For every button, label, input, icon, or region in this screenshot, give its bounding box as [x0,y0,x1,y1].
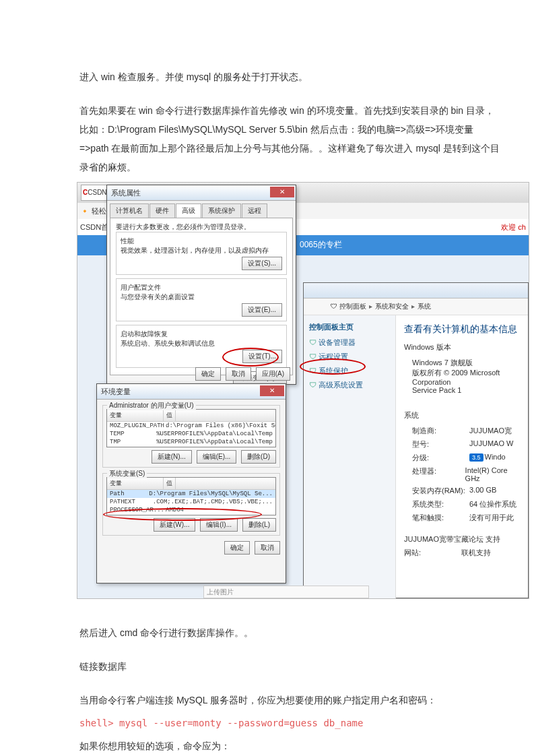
profile-desc: 与您登录有关的桌面设置 [121,292,282,302]
paragraph-3: 然后进入 cmd 命令行进行数据库操作。。 [79,623,500,642]
welcome-text: 欢迎 ch [501,219,526,235]
paragraph-4: 链接数据库 [79,657,500,676]
cancel-button[interactable]: 取消 [255,541,280,555]
profile-group: 用户配置文件 与您登录有关的桌面设置 设置(E)... [116,278,287,321]
cp-heading: 查看有关计算机的基本信息 [404,323,520,336]
table-row[interactable]: PROCESSOR_AR...AMD64 [107,506,275,514]
windows-version: Windows 7 旗舰版 [412,358,520,368]
ok-button[interactable]: 确定 [224,541,250,555]
tab-system-protection[interactable]: 系统保护 [202,203,241,218]
link-protection[interactable]: 🛡系统保护 [309,366,390,376]
sys-vars-table[interactable]: 变量值 PathD:\Program Files\MySQL\MySQL Se.… [106,477,276,515]
perf-title: 性能 [121,237,282,246]
new-button[interactable]: 新建(N)... [152,450,192,464]
table-row[interactable]: MOZ_PLUGIN_PATHd:\Program Files (x86)\Fo… [107,422,275,430]
sysprop-title: 系统属性 [107,185,296,201]
service-pack: Service Pack 1 [412,386,520,394]
row-rating: 分级:3.5Windo [412,453,520,463]
ok-button[interactable]: 确定 [195,367,221,381]
edit-button[interactable]: 编辑(I)... [200,518,238,532]
sys-vars-label: 系统变量(S) [107,469,147,478]
screenshot-container: CCSDN. 🔸 轻松上手 CSDN首页 欢迎 ch 0065的专栏 系统属性 … [77,182,529,599]
row-manufacturer: 制造商:JUJUMAO宽 [412,426,520,436]
perf-desc: 视觉效果，处理器计划，内存使用，以及虚拟内存 [121,246,282,255]
row-ram: 安装内存(RAM):3.00 GB [412,486,520,496]
profile-title: 用户配置文件 [121,283,282,292]
upload-label: 上传图片 [203,586,369,598]
paragraph-2: 首先如果要在 win 命令行进行数据库操作首先修改 win 的环境变量。首先找到… [79,101,500,177]
startup-desc: 系统启动、系统失败和调试信息 [121,339,282,348]
table-row[interactable]: PathD:\Program Files\MySQL\MySQL Se... [107,490,275,498]
tab-advanced[interactable]: 高级 [176,203,201,218]
col-name: 变量 [107,410,164,421]
row-system-type: 系统类型:64 位操作系统 [412,499,520,509]
sysprop-body: 要进行大多数更改，您必须作为管理员登录。 性能 视觉效果，处理器计划，内存使用，… [110,218,293,375]
close-icon[interactable]: ✕ [260,385,284,396]
control-panel-window: 🛡 控制面板▸系统和安全▸系统 控制面板主页 🛡设备管理器 🛡远程设置 🛡系统保… [303,282,529,598]
cp-sidebar: 控制面板主页 🛡设备管理器 🛡远程设置 🛡系统保护 🛡高级系统设置 [304,315,396,598]
link-advanced-settings[interactable]: 🛡高级系统设置 [309,380,390,390]
cp-main: 查看有关计算机的基本信息 Windows 版本 Windows 7 旗舰版 版权… [396,315,528,598]
startup-settings-button[interactable]: 设置(T)... [242,350,282,363]
apply-button[interactable]: 应用(A) [256,367,290,381]
table-row[interactable]: TEMP%USERPROFILE%\AppData\Local\Temp [107,430,275,438]
startup-group: 启动和故障恢复 系统启动、系统失败和调试信息 设置(T)... [116,325,287,368]
tab-remote[interactable]: 远程 [242,203,267,218]
link-online-support[interactable]: 联机支持 [461,548,491,558]
new-button[interactable]: 新建(W)... [154,518,195,532]
copyright: 版权所有 © 2009 Microsoft Corporation [412,368,520,386]
delete-button[interactable]: 删除(L) [242,518,276,532]
row-model: 型号:JUJUMAO W [412,439,520,449]
env-title: 环境变量 [97,384,286,400]
tab-computer-name[interactable]: 计算机名 [110,203,149,218]
paragraph-5: 当用命令行客户端连接 MySQL 服务器时，你应为想要使用的账户指定用户名和密码… [79,691,500,710]
table-row[interactable]: TMP%USERPROFILE%\AppData\Local\Temp [107,438,275,446]
admin-note: 要进行大多数更改，您必须作为管理员登录。 [116,222,287,232]
row-processor: 处理器:Intel(R) Core GHz [412,466,520,482]
row-website: 网站:联机支持 [404,548,520,558]
windows-edition-label: Windows 版本 [404,342,520,352]
col-value: 值 [164,478,176,489]
code-line-1: shell> mysql --user=monty --password=gue… [79,714,500,732]
delete-button[interactable]: 删除(D) [241,450,276,464]
user-vars-table[interactable]: 变量值 MOZ_PLUGIN_PATHd:\Program Files (x86… [106,409,276,447]
profile-settings-button[interactable]: 设置(E)... [242,303,282,317]
col-name: 变量 [107,478,164,489]
performance-group: 性能 视觉效果，处理器计划，内存使用，以及虚拟内存 设置(S)... [116,232,287,275]
breadcrumb[interactable]: 🛡 控制面板▸系统和安全▸系统 [304,298,528,315]
paragraph-6: 如果你想用较短的选项，命令应为： [79,736,500,755]
user-vars-label: Administrator 的用户变量(U) [107,401,196,410]
table-row[interactable]: PATHEXT.COM;.EXE;.BAT;.CMD;.VBS;.VBE;... [107,498,275,506]
perf-settings-button[interactable]: 设置(S)... [242,257,282,270]
close-icon[interactable]: ✕ [270,187,294,197]
tab-hardware[interactable]: 硬件 [149,203,175,218]
startup-title: 启动和故障恢复 [121,329,282,339]
row-touch: 笔和触摸:没有可用于此 [412,513,520,523]
user-vars-group: Administrator 的用户变量(U) 变量值 MOZ_PLUGIN_PA… [102,405,280,468]
blog-title: 0065的专栏 [300,239,342,251]
sysprop-tabs: 计算机名 硬件 高级 系统保护 远程 [107,201,296,218]
paragraph-1: 进入 win 检查服务。并使 mysql 的服务处于打开状态。 [79,67,500,86]
system-properties-dialog: 系统属性 ✕ 计算机名 硬件 高级 系统保护 远程 要进行大多数更改，您必须作为… [106,185,296,385]
system-label: 系统 [404,410,520,420]
table-row[interactable]: PROCESSOR_ID...Intel64 Family 6 Model 23… [107,514,275,515]
cp-home[interactable]: 控制面板主页 [309,322,390,332]
env-vars-dialog: 环境变量 ✕ Administrator 的用户变量(U) 变量值 MOZ_PL… [96,383,286,584]
cancel-button[interactable]: 取消 [226,367,251,381]
link-device-manager[interactable]: 🛡设备管理器 [309,338,390,348]
edit-button[interactable]: 编辑(E)... [197,450,237,464]
sys-vars-group: 系统变量(S) 变量值 PathD:\Program Files\MySQL\M… [102,473,280,536]
cp-titlebar [304,283,528,298]
link-remote[interactable]: 🛡远程设置 [309,352,390,362]
col-value: 值 [164,410,176,421]
support-label: JUJUMAO宽带宝藏论坛 支持 [404,534,520,544]
